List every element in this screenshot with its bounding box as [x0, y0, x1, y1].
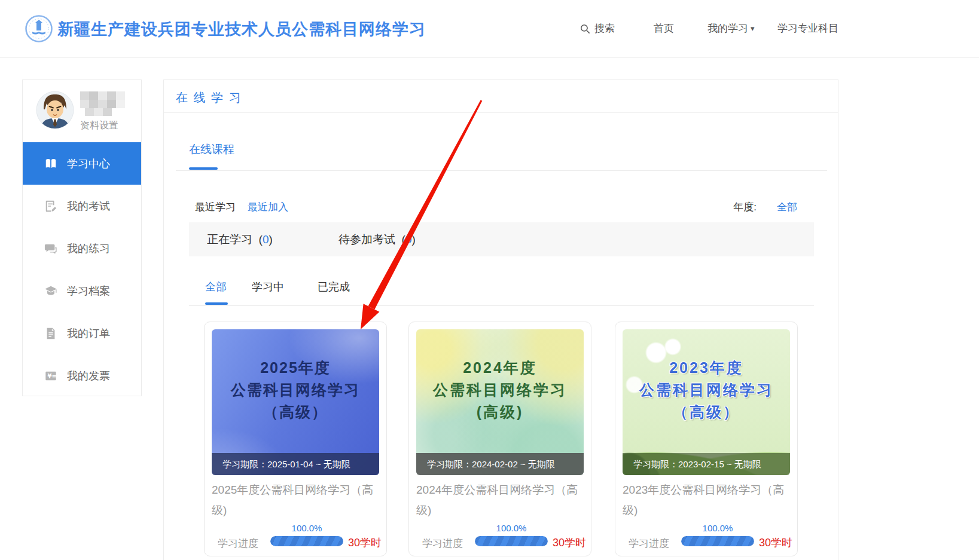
nav-my-learning[interactable]: 我的学习 ▾	[707, 20, 755, 37]
invoice-icon: ¥=	[44, 369, 57, 382]
profile-settings-link[interactable]: 资料设置	[80, 120, 118, 132]
filter-tab-completed[interactable]: 已完成	[318, 280, 350, 294]
status-paren: (	[255, 233, 263, 246]
progress-bar	[270, 536, 343, 546]
filter-tab-in-progress[interactable]: 学习中	[252, 280, 284, 294]
divider	[189, 305, 814, 306]
credit-hours: 30学时	[553, 535, 586, 550]
chevron-down-icon: ▾	[751, 20, 755, 37]
sidebar: 资料设置 学习中心 我的考试 我的练习	[22, 79, 142, 396]
status-paren: (	[398, 233, 405, 246]
progress-percent: 100.0%	[270, 523, 343, 533]
nav-search-label: 搜索	[594, 20, 615, 37]
nav-professional-label: 学习专业科目	[777, 20, 838, 37]
sidebar-menu: 学习中心 我的考试 我的练习 学习档案	[23, 142, 141, 397]
divider	[164, 112, 838, 113]
progress-bar	[475, 536, 548, 546]
study-period: 学习期限：2024-02-02 ~ 无期限	[416, 453, 584, 475]
book-icon	[44, 157, 57, 170]
sidebar-item-label: 我的考试	[67, 199, 110, 213]
sidebar-item-label: 学习中心	[67, 157, 110, 171]
nav-my-learning-label: 我的学习	[707, 20, 748, 37]
site-logo-icon[interactable]	[25, 15, 53, 42]
status-count: 0	[263, 233, 269, 246]
sidebar-item-label: 我的发票	[67, 369, 110, 383]
course-title: 2024年度公需科目网络学习（高级)	[416, 480, 585, 521]
main-panel: 在 线 学 习 在线课程 最近学习 最近加入 年度:全部 正在学习 (0) 待参…	[163, 79, 838, 560]
course-card-2025[interactable]: 2025年度 公需科目网络学习 （高级） 学习期限：2025-01-04 ~ 无…	[204, 322, 387, 556]
tab-active-indicator	[205, 302, 228, 305]
divider	[176, 170, 827, 171]
tab-active-indicator	[189, 167, 218, 170]
page-title: 在 线 学 习	[176, 90, 242, 106]
sidebar-item-my-orders[interactable]: 我的订单	[23, 312, 141, 354]
course-cover-title: 2023年度 公需科目网络学习 （高级）	[623, 357, 790, 423]
avatar	[36, 91, 74, 129]
course-cover: 2024年度 公需科目网络学习 (高级) 学习期限：2024-02-02 ~ 无…	[416, 329, 584, 475]
sidebar-item-my-invoices[interactable]: ¥= 我的发票	[23, 354, 141, 397]
svg-text:¥=: ¥=	[48, 373, 57, 380]
status-strip: 正在学习 (0) 待参加考试 (0)	[189, 222, 814, 256]
site-header: 新疆生产建设兵团专业技术人员公需科目网络学习 搜索 首页 我的学习 ▾ 学习专业…	[0, 0, 979, 58]
sidebar-item-label: 我的练习	[67, 241, 110, 256]
graduation-cap-icon	[44, 284, 57, 298]
sidebar-item-my-practice[interactable]: 我的练习	[23, 227, 141, 270]
year-filter-label: 年度:	[733, 201, 757, 213]
status-paren: )	[269, 233, 272, 246]
study-period: 学习期限：2025-01-04 ~ 无期限	[212, 453, 379, 475]
sidebar-item-learning-archive[interactable]: 学习档案	[23, 270, 141, 312]
sidebar-item-label: 我的订单	[67, 326, 110, 341]
course-cover: 2025年度 公需科目网络学习 （高级） 学习期限：2025-01-04 ~ 无…	[212, 329, 379, 475]
year-filter-all[interactable]: 全部	[777, 201, 797, 213]
course-title: 2023年度公需科目网络学习（高级)	[623, 480, 791, 521]
progress-bar-fill	[681, 536, 754, 546]
course-title: 2025年度公需科目网络学习（高级)	[212, 480, 380, 521]
filter-tab-all[interactable]: 全部	[205, 280, 227, 294]
progress-label: 学习进度	[218, 537, 258, 550]
year-filter: 年度:全部	[733, 200, 797, 214]
app-root: 新疆生产建设兵团专业技术人员公需科目网络学习 搜索 首页 我的学习 ▾ 学习专业…	[0, 0, 979, 560]
progress-bar	[681, 536, 754, 546]
status-count: 0	[405, 233, 412, 246]
practice-icon	[44, 242, 57, 255]
course-card-2024[interactable]: 2024年度 公需科目网络学习 (高级) 学习期限：2024-02-02 ~ 无…	[408, 322, 591, 556]
tab-recent-study[interactable]: 最近学习	[195, 200, 236, 214]
progress-percent: 100.0%	[475, 523, 548, 533]
site-title: 新疆生产建设兵团专业技术人员公需科目网络学习	[57, 19, 426, 40]
status-label: 待参加考试	[338, 233, 395, 246]
status-label: 正在学习	[207, 233, 252, 246]
status-in-progress[interactable]: 正在学习 (0)	[207, 222, 273, 256]
progress-label: 学习进度	[422, 537, 463, 550]
status-paren: )	[411, 233, 415, 246]
progress-bar-fill	[475, 536, 548, 546]
credit-hours: 30学时	[759, 535, 792, 550]
nav-home-label: 首页	[654, 20, 674, 37]
course-cover: 2023年度 公需科目网络学习 （高级） 学习期限：2023-02-15 ~ 无…	[623, 329, 790, 475]
sidebar-item-my-exams[interactable]: 我的考试	[23, 185, 141, 227]
nav-home[interactable]: 首页	[654, 20, 674, 37]
course-cover-title: 2024年度 公需科目网络学习 (高级)	[416, 357, 584, 423]
course-card-2023[interactable]: 2023年度 公需科目网络学习 （高级） 学习期限：2023-02-15 ~ 无…	[615, 322, 798, 556]
user-name-redacted	[80, 90, 127, 120]
tab-online-courses[interactable]: 在线课程	[189, 142, 234, 157]
exam-icon	[44, 200, 57, 213]
course-cover-title: 2025年度 公需科目网络学习 （高级）	[212, 357, 379, 423]
study-period: 学习期限：2023-02-15 ~ 无期限	[623, 453, 790, 475]
status-pending-exam[interactable]: 待参加考试 (0)	[338, 222, 416, 256]
sidebar-item-label: 学习档案	[67, 284, 110, 298]
sidebar-item-learning-center[interactable]: 学习中心	[23, 142, 141, 185]
progress-percent: 100.0%	[681, 523, 754, 533]
nav-professional-subjects[interactable]: 学习专业科目	[777, 20, 838, 37]
profile-card: 资料设置	[23, 80, 141, 142]
nav-search[interactable]: 搜索	[580, 20, 615, 37]
order-icon	[44, 327, 57, 340]
search-icon	[580, 23, 591, 35]
credit-hours: 30学时	[348, 535, 382, 550]
progress-label: 学习进度	[629, 537, 669, 550]
progress-bar-fill	[270, 536, 343, 546]
tab-recent-joined[interactable]: 最近加入	[248, 200, 288, 214]
